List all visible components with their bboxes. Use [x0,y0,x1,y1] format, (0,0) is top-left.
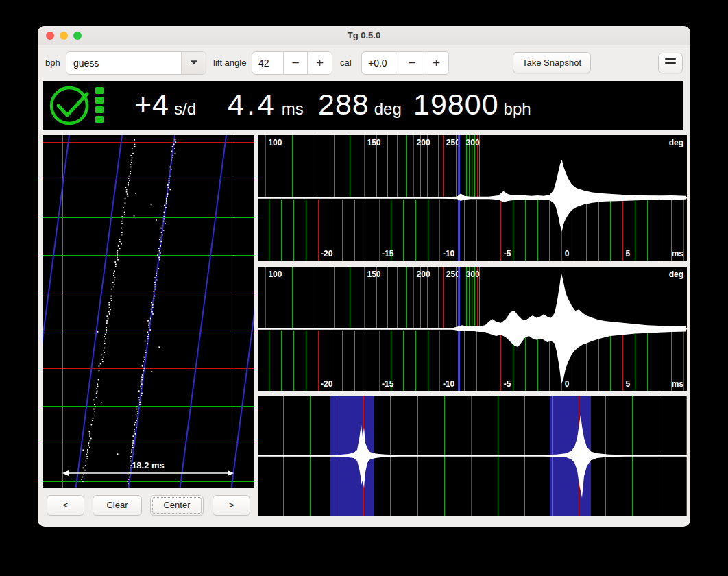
window-title: Tg 0.5.0 [38,26,690,45]
rate-unit: s/d [174,99,196,119]
svg-text:250: 250 [446,269,460,279]
app-window: Tg 0.5.0 bph guess lift angle 42 − + cal… [38,26,690,527]
cal-decrement-button[interactable]: − [400,52,424,74]
svg-text:ms: ms [672,379,684,389]
bph-readout: 19800 bph [413,88,531,121]
lift-angle-spinner: 42 − + [252,51,332,75]
svg-text:300: 300 [466,269,480,279]
readout-panel: +4 s/d 4.4 ms 288 deg 19800 bph [43,81,683,130]
svg-text:250: 250 [446,138,460,147]
svg-text:-10: -10 [443,249,455,259]
svg-text:0: 0 [565,379,570,389]
cal-label: cal [340,45,352,81]
beat-audio-plot [258,396,687,516]
lift-angle-decrement-button[interactable]: − [283,52,308,74]
amplitude-unit: deg [374,99,402,119]
svg-text:-15: -15 [382,249,394,259]
beat-error-readout: 4.4 ms [228,88,304,121]
clear-button[interactable]: Clear [93,495,142,516]
svg-text:150: 150 [367,138,381,147]
beat-error-value: 4.4 [228,88,277,121]
svg-text:100: 100 [268,269,282,279]
bph-value: 19800 [413,88,499,121]
svg-text:-10: -10 [443,379,455,389]
svg-text:deg: deg [669,269,683,279]
vertical-grid [62,135,234,488]
center-button[interactable]: Center [150,495,204,516]
tic-waveform-plot: 100150200250300deg-20-15-10-505ms [258,135,687,261]
amplitude-readout: 288 deg [318,88,402,121]
scroll-right-button[interactable]: > [213,495,250,516]
take-snapshot-button[interactable]: Take Snapshot [513,52,591,73]
svg-text:0: 0 [565,249,570,259]
cal-increment-button[interactable]: + [424,52,448,74]
svg-text:-5: -5 [504,379,511,389]
paperstrip-plot: 18.2 ms [43,135,254,488]
lift-angle-label: lift angle [213,45,246,81]
svg-text:-5: -5 [504,249,511,259]
svg-text:5: 5 [626,379,631,389]
amplitude-value: 288 [318,88,369,121]
svg-text:-20: -20 [321,379,333,389]
svg-text:300: 300 [466,138,480,147]
svg-text:18.2 ms: 18.2 ms [132,460,165,470]
lift-angle-value[interactable]: 42 [252,52,283,74]
beat-rate-lines [43,135,254,488]
dropdown-arrow-icon[interactable] [181,52,206,74]
bph-unit: bph [504,99,531,119]
svg-text:100: 100 [268,138,282,147]
svg-text:200: 200 [417,269,430,279]
beat-error-unit: ms [282,99,304,119]
cal-value[interactable]: +0.0 [362,52,400,74]
hamburger-menu-icon [665,58,676,64]
svg-text:5: 5 [626,249,631,259]
tick-dot-traces [81,139,176,484]
svg-text:-20: -20 [321,249,333,259]
horizontal-grid [43,142,254,481]
lift-angle-increment-button[interactable]: + [307,52,332,74]
bph-combobox[interactable]: guess [66,51,206,75]
signal-indicator-squares [95,87,104,123]
cal-spinner: +0.0 − + [361,51,449,75]
status-clock-icon [43,81,111,130]
scroll-left-button[interactable]: < [47,495,84,516]
beat-spikes-waveform [258,415,687,498]
bph-combobox-value: guess [66,52,181,74]
rate-readout: +4 s/d [134,88,196,121]
svg-text:ms: ms [672,249,684,259]
svg-text:150: 150 [367,269,381,279]
svg-text:200: 200 [417,138,430,147]
svg-text:-15: -15 [382,379,394,389]
span-arrow: 18.2 ms [62,460,234,476]
menu-button[interactable] [658,53,683,73]
svg-text:deg: deg [669,138,683,147]
toolbar: bph guess lift angle 42 − + cal +0.0 − +… [38,45,690,81]
rate-value: +4 [134,88,169,121]
bph-label: bph [45,45,60,81]
clock-check-icon [51,88,87,123]
toc-waveform-plot: 100150200250300deg-20-15-10-505ms [258,267,687,391]
titlebar: Tg 0.5.0 [38,26,690,45]
